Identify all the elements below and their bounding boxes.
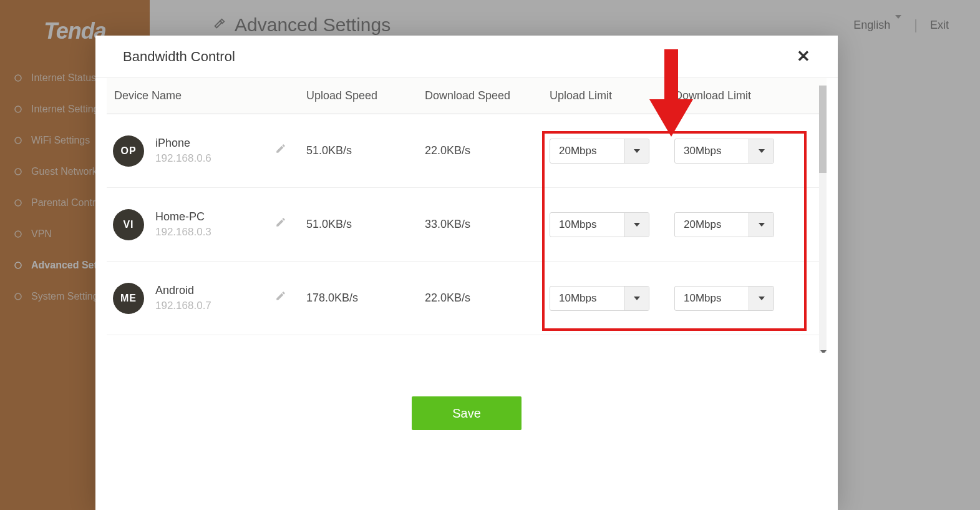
upload-speed: 51.0KB/s [306,144,425,157]
upload-limit-cell: 10Mbps [550,212,674,237]
col-upload-limit: Upload Limit [550,89,674,102]
chevron-down-icon [624,213,649,237]
device-row: OPiPhone192.168.0.651.0KB/s22.0KB/s20Mbp… [107,114,827,188]
download-limit-cell: 20Mbps [674,212,799,237]
edit-icon[interactable] [275,217,286,230]
col-download-limit: Download Limit [674,89,799,102]
save-button[interactable]: Save [412,396,522,430]
upload-limit-select[interactable]: 10Mbps [550,212,649,237]
col-upload-speed: Upload Speed [306,89,425,102]
device-avatar: OP [113,135,144,167]
upload-speed: 51.0KB/s [306,218,425,231]
device-cell: OPiPhone192.168.0.6 [107,135,306,167]
scroll-area: Device Name Upload Speed Download Speed … [107,78,827,353]
table-header-row: Device Name Upload Speed Download Speed … [107,78,827,114]
edit-icon[interactable] [275,290,286,304]
device-name: Android [155,284,211,297]
bandwidth-control-modal: Bandwidth Control ✕ Device Name Upload S… [95,36,838,510]
download-speed: 22.0KB/s [425,144,550,157]
device-ip: 192.168.0.3 [155,226,211,238]
download-limit-select[interactable]: 30Mbps [674,139,774,164]
upload-limit-select[interactable]: 20Mbps [550,139,649,164]
upload-limit-value: 20Mbps [550,139,624,163]
download-limit-select[interactable]: 10Mbps [674,286,774,311]
close-button[interactable]: ✕ [797,47,810,66]
scrollbar-down-button[interactable] [819,348,827,353]
upload-limit-value: 10Mbps [550,213,624,237]
device-name: iPhone [155,137,211,150]
device-cell: MEAndroid192.168.0.7 [107,283,306,314]
device-row: MEAndroid192.168.0.7178.0KB/s22.0KB/s10M… [107,262,827,335]
device-cell: VIHome-PC192.168.0.3 [107,209,306,240]
device-ip: 192.168.0.7 [155,300,211,312]
col-download-speed: Download Speed [425,89,550,102]
download-speed: 22.0KB/s [425,292,550,305]
device-ip: 192.168.0.6 [155,152,211,165]
device-text: Android192.168.0.7 [155,284,211,312]
download-speed: 33.0KB/s [425,218,550,231]
download-limit-value: 10Mbps [675,287,749,310]
download-limit-value: 30Mbps [675,139,749,163]
upload-limit-select[interactable]: 10Mbps [550,286,649,311]
save-button-label: Save [452,406,481,421]
chevron-down-icon [749,287,774,310]
upload-limit-cell: 20Mbps [550,139,674,164]
table-container: Device Name Upload Speed Download Speed … [95,78,838,510]
col-device: Device Name [107,89,306,102]
upload-limit-value: 10Mbps [550,287,624,310]
close-icon: ✕ [797,47,810,66]
modal-header: Bandwidth Control ✕ [95,36,838,78]
download-limit-cell: 10Mbps [674,286,799,311]
upload-speed: 178.0KB/s [306,292,425,305]
edit-icon[interactable] [275,143,286,157]
chevron-down-icon [624,139,649,163]
download-limit-value: 20Mbps [675,213,749,237]
device-avatar: VI [113,209,144,240]
download-limit-select[interactable]: 20Mbps [674,212,774,237]
device-text: Home-PC192.168.0.3 [155,210,211,238]
device-avatar: ME [113,283,144,314]
download-limit-cell: 30Mbps [674,139,799,164]
upload-limit-cell: 10Mbps [550,286,674,311]
device-row: VIHome-PC192.168.0.351.0KB/s33.0KB/s10Mb… [107,188,827,262]
chevron-down-icon [749,139,774,163]
chevron-down-icon [624,287,649,310]
scrollbar-thumb[interactable] [819,86,827,173]
device-name: Home-PC [155,210,211,223]
device-text: iPhone192.168.0.6 [155,137,211,165]
modal-title: Bandwidth Control [123,49,235,65]
chevron-down-icon [749,213,774,237]
